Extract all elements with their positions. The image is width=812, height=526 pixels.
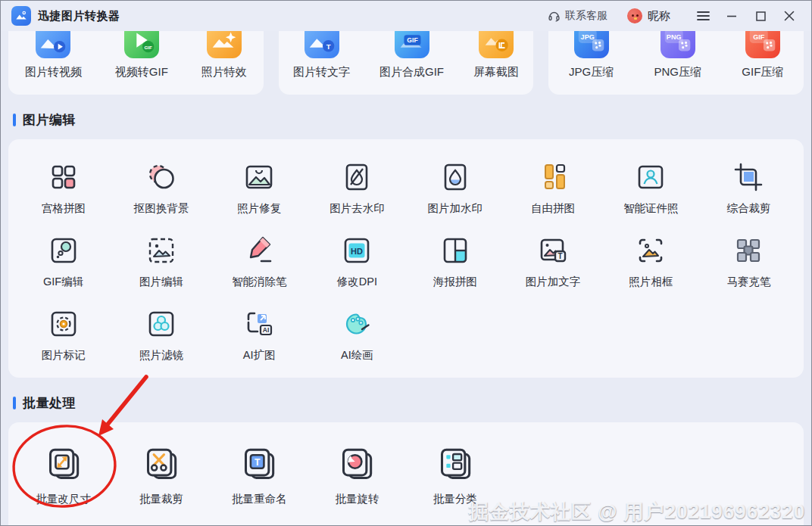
- tool-label: 照片相框: [629, 275, 673, 289]
- tool-item[interactable]: 批量裁剪: [112, 444, 210, 506]
- tool-label: 照片滤镜: [139, 348, 183, 363]
- tool-label: 视频转GIF: [115, 65, 168, 79]
- tool-label: 马赛克笔: [726, 275, 770, 289]
- remove-watermark-icon: [339, 159, 375, 195]
- batch-resize-icon: [42, 444, 85, 486]
- tool-label: 自由拼图: [531, 201, 575, 216]
- tool-item[interactable]: 智能证件照: [602, 159, 700, 216]
- maximize-button[interactable]: [746, 5, 775, 27]
- tool-item[interactable]: 海报拼图: [406, 232, 504, 289]
- tool-item[interactable]: 马赛克笔: [700, 232, 798, 289]
- dpi-icon: HD: [339, 232, 375, 269]
- close-button[interactable]: [775, 5, 804, 27]
- support-label: 联系客服: [565, 9, 607, 23]
- tool-item[interactable]: 照片相框: [602, 232, 700, 289]
- tool-label: GIF编辑: [43, 275, 83, 289]
- tool-item[interactable]: GIFGIF压缩: [742, 23, 783, 79]
- tool-item[interactable]: 自由拼图: [504, 159, 601, 216]
- main-content: 图片转视频GIF视频转GIF照片特效 T图片转文字GIF图片合成GIF屏幕截图 …: [1, 19, 811, 526]
- free-collage-icon: [535, 159, 571, 195]
- tool-item[interactable]: GIF编辑: [14, 232, 112, 289]
- tool-label: AI扩图: [243, 348, 276, 363]
- photo-frame-icon: [632, 232, 669, 269]
- tool-item[interactable]: 抠图换背景: [112, 159, 210, 216]
- tool-label: GIF压缩: [742, 65, 783, 79]
- svg-text:GIF: GIF: [144, 45, 152, 50]
- tool-item[interactable]: 批量旋转: [308, 444, 406, 506]
- tool-label: 批量裁剪: [139, 492, 183, 506]
- svg-text:T: T: [326, 42, 330, 51]
- user-nickname[interactable]: 昵称: [648, 9, 670, 23]
- tool-item[interactable]: AIAI扩图: [211, 306, 308, 363]
- tool-item[interactable]: T图片加文字: [504, 232, 601, 289]
- tool-item[interactable]: JPGJPG压缩: [569, 23, 614, 79]
- minimize-button[interactable]: [717, 5, 746, 27]
- app-logo-icon: [11, 6, 31, 26]
- tool-label: 图片转文字: [293, 65, 350, 79]
- svg-text:HD: HD: [351, 247, 363, 256]
- tool-item[interactable]: 图片去水印: [308, 159, 406, 216]
- minimize-icon: [726, 11, 737, 21]
- tool-item[interactable]: 宫格拼图: [14, 159, 112, 216]
- svg-text:T: T: [255, 457, 261, 468]
- tool-item[interactable]: 照片特效: [201, 23, 247, 79]
- svg-text:GIF: GIF: [407, 36, 417, 44]
- tool-item[interactable]: 批量改尺寸: [14, 444, 112, 506]
- tool-item[interactable]: 智能消除笔: [211, 232, 308, 289]
- mosaic-pen-icon: [730, 232, 767, 269]
- svg-text:GIF: GIF: [753, 33, 765, 41]
- ai-expand-icon: AI: [241, 306, 277, 342]
- tool-label: 宫格拼图: [42, 201, 86, 216]
- tool-label: 图片合成GIF: [379, 65, 444, 79]
- svg-text:PNG: PNG: [667, 33, 682, 41]
- tool-label: 图片标记: [42, 348, 86, 363]
- photo-repair-icon: [241, 159, 277, 195]
- crop-composite-icon: [730, 159, 767, 195]
- tool-item[interactable]: 图片转视频: [25, 23, 82, 79]
- tool-item[interactable]: 屏幕截图: [473, 23, 519, 79]
- tool-label: 图片加水印: [427, 201, 483, 216]
- tool-item[interactable]: T图片转文字: [293, 23, 350, 79]
- tool-label: 海报拼图: [433, 275, 477, 289]
- tool-label: 照片修复: [237, 201, 281, 216]
- section-accent-bar: [13, 397, 16, 409]
- menu-button[interactable]: [689, 5, 717, 27]
- tool-label: 图片编辑: [139, 275, 183, 289]
- tool-item[interactable]: T批量重命名: [211, 444, 308, 506]
- tool-item[interactable]: GIF图片合成GIF: [379, 23, 444, 79]
- section-title: 批量处理: [23, 394, 76, 412]
- tool-item[interactable]: 综合裁剪: [700, 159, 798, 216]
- tool-label: 批量分类: [433, 492, 477, 506]
- tool-item[interactable]: PNGPNG压缩: [654, 23, 702, 79]
- tool-item[interactable]: 批量分类: [406, 444, 504, 506]
- id-photo-icon: [632, 159, 669, 195]
- tool-label: 图片转视频: [25, 65, 82, 79]
- tool-label: 图片去水印: [329, 201, 385, 216]
- image-edit-grid: 宫格拼图抠图换背景照片修复图片去水印图片加水印自由拼图智能证件照综合裁剪GIF编…: [8, 139, 804, 378]
- tool-item[interactable]: 照片修复: [211, 159, 308, 216]
- app-window: 迅捷图片转换器 联系客服 昵称 图片转视频GIF视频转GIF照片: [0, 0, 812, 526]
- ai-paint-icon: [339, 306, 375, 342]
- headset-icon: [548, 10, 561, 23]
- tool-label: 修改DPI: [337, 275, 377, 289]
- batch-rotate-icon: [336, 444, 378, 486]
- tool-item[interactable]: HD修改DPI: [308, 232, 406, 289]
- svg-text:T: T: [557, 252, 562, 260]
- tool-item[interactable]: GIF视频转GIF: [115, 23, 168, 79]
- close-icon: [784, 11, 795, 21]
- user-avatar[interactable]: [627, 8, 642, 23]
- tool-item[interactable]: AI绘画: [308, 306, 406, 363]
- tool-item[interactable]: 照片滤镜: [112, 306, 210, 363]
- app-title: 迅捷图片转换器: [38, 9, 120, 23]
- svg-text:AI: AI: [263, 326, 270, 334]
- contact-support-button[interactable]: 联系客服: [548, 9, 607, 23]
- tool-item[interactable]: 图片标记: [14, 306, 112, 363]
- tool-item[interactable]: 图片加水印: [406, 159, 504, 216]
- tool-label: 智能消除笔: [232, 275, 287, 289]
- tool-label: PNG压缩: [654, 65, 702, 79]
- photo-filter-icon: [143, 306, 180, 342]
- tool-item[interactable]: 图片编辑: [112, 232, 210, 289]
- gif-edit-icon: [45, 232, 82, 269]
- tool-label: 智能证件照: [623, 201, 679, 216]
- section-header-batch: 批量处理: [13, 394, 799, 412]
